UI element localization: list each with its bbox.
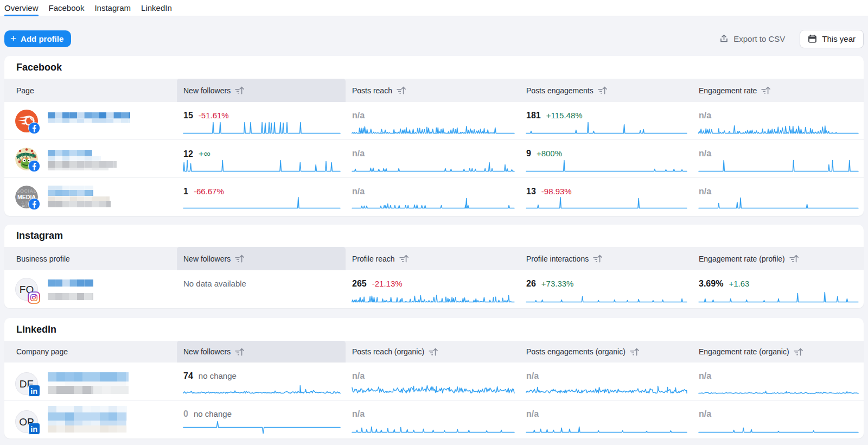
svg-text:in: in: [30, 425, 37, 434]
svg-text:SOCIAL: SOCIAL: [16, 188, 36, 194]
svg-text:in: in: [30, 387, 37, 396]
